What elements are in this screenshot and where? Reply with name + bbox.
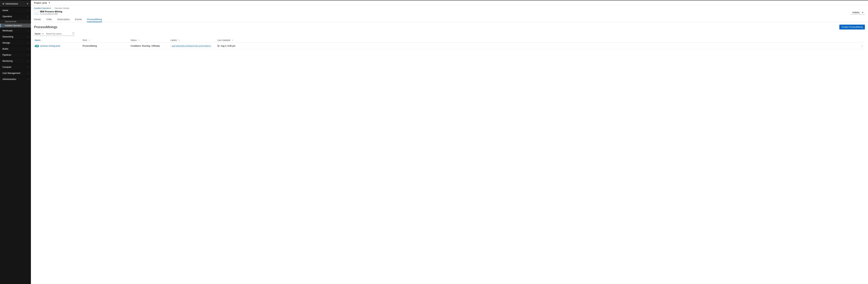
- cell-status: Conditions: Running, UIReady: [130, 43, 170, 49]
- caret-down-icon: ▼: [42, 33, 43, 35]
- col-actions: [859, 38, 865, 43]
- perspective-label: Administrator: [5, 3, 18, 5]
- updated-text: Aug 3, 9:46 pm: [221, 45, 236, 47]
- nav-administration[interactable]: Administration ›: [0, 76, 31, 82]
- chevron-right-icon: ›: [28, 66, 28, 68]
- nav-workloads[interactable]: Workloads ›: [0, 28, 31, 34]
- nav-builds-label: Builds: [2, 48, 8, 50]
- sort-icon: ⇅: [89, 39, 90, 41]
- kebab-icon[interactable]: ⋮: [860, 44, 864, 47]
- nav-installed-operators[interactable]: Installed Operators: [0, 24, 31, 28]
- gear-icon: ⚙: [2, 3, 4, 5]
- chevron-right-icon: ›: [28, 42, 28, 44]
- cell-updated: Aug 3, 9:46 pm: [217, 43, 859, 49]
- slash-key-icon: /: [72, 32, 74, 35]
- nav-operatorhub-label: OperatorHub: [5, 21, 16, 23]
- app-container: ⚙ Administrator ▼ Home › Operators ⌄ Ope…: [0, 0, 868, 284]
- col-labels[interactable]: Labels ⇅: [170, 38, 217, 43]
- operator-logo-icon: [34, 10, 38, 15]
- resource-table: Name ↑ Kind ⇅ Status ⇅ Labels: [34, 38, 865, 49]
- breadcrumb-current: Operator Details: [55, 7, 69, 9]
- col-status[interactable]: Status ⇅: [130, 38, 170, 43]
- project-bar[interactable]: Project: prod ▼: [31, 0, 868, 5]
- actions-label: Actions: [852, 11, 860, 14]
- nav-operators-submenu: OperatorHub Installed Operators: [0, 20, 31, 28]
- search-input[interactable]: [44, 32, 75, 36]
- nav-builds[interactable]: Builds ›: [0, 46, 31, 52]
- nav-admin-label: Administration: [2, 78, 16, 80]
- breadcrumb-parent[interactable]: Installed Operators: [34, 7, 51, 9]
- caret-down-icon: ▼: [27, 3, 28, 5]
- label-chip[interactable]: app.kubernetes.io/instance=pm-prod-insta…: [170, 44, 212, 47]
- filter-type-dropdown[interactable]: Name ▼: [34, 32, 44, 36]
- operator-title: IBM Process Mining: [40, 10, 62, 13]
- nav-networking[interactable]: Networking ›: [0, 34, 31, 40]
- caret-down-icon: ▼: [49, 2, 50, 4]
- nav-workloads-label: Workloads: [2, 30, 13, 32]
- resource-badge: PM: [35, 45, 39, 47]
- nav-home[interactable]: Home ›: [0, 7, 31, 13]
- globe-icon: [217, 45, 219, 47]
- col-labels-label: Labels: [170, 39, 177, 41]
- nav-storage[interactable]: Storage ›: [0, 40, 31, 46]
- search-wrap: /: [44, 32, 75, 36]
- chevron-right-icon: ›: [28, 54, 28, 56]
- breadcrumb: Installed Operators › Operator Details: [31, 5, 868, 9]
- chevron-right-icon: ›: [53, 7, 53, 9]
- page-title: ProcessMinings: [34, 25, 57, 29]
- chevron-right-icon: ›: [28, 78, 28, 80]
- project-label: Project: prod: [34, 2, 47, 4]
- col-kind-label: Kind: [83, 39, 87, 41]
- sort-icon: ⇅: [138, 39, 140, 41]
- chevron-right-icon: ›: [28, 48, 28, 50]
- sort-icon: ⇅: [179, 39, 180, 41]
- nav-compute[interactable]: Compute ›: [0, 64, 31, 70]
- table-row: PM process-mining-prod ProcessMining Con…: [34, 43, 865, 49]
- nav-pipelines[interactable]: Pipelines ›: [0, 52, 31, 58]
- cell-actions: ⋮: [859, 43, 865, 49]
- col-kind[interactable]: Kind ⇅: [82, 38, 130, 43]
- tab-details[interactable]: Details: [34, 16, 41, 22]
- chevron-down-icon: ⌄: [27, 15, 28, 17]
- col-name[interactable]: Name ↑: [34, 38, 82, 43]
- nav-user-management[interactable]: User Management ›: [0, 70, 31, 76]
- sidebar: ⚙ Administrator ▼ Home › Operators ⌄ Ope…: [0, 0, 31, 284]
- tab-subscription[interactable]: Subscription: [57, 16, 70, 22]
- chevron-right-icon: ›: [28, 60, 28, 62]
- actions-dropdown[interactable]: Actions ▼: [850, 11, 865, 14]
- sort-asc-icon: ↑: [42, 39, 43, 41]
- filter-row: Name ▼ /: [34, 32, 865, 36]
- chevron-right-icon: ›: [28, 30, 28, 32]
- main-content: Project: prod ▼ Installed Operators › Op…: [31, 0, 868, 284]
- cell-name: PM process-mining-prod: [34, 43, 82, 49]
- operator-title-block: IBM Process Mining 1.0.2 provided by IBM: [40, 10, 62, 15]
- col-status-label: Status: [130, 39, 136, 41]
- tab-processmining[interactable]: ProcessMining: [87, 16, 102, 22]
- create-processmining-button[interactable]: Create ProcessMining: [839, 25, 865, 30]
- nav-operators-label: Operators: [2, 15, 12, 18]
- filter-type-label: Name: [35, 33, 40, 35]
- nav-operators[interactable]: Operators ⌄: [0, 13, 31, 20]
- perspective-switcher[interactable]: ⚙ Administrator ▼: [0, 0, 31, 7]
- col-updated[interactable]: Last Updated ⇅: [217, 38, 859, 43]
- nav-networking-label: Networking: [2, 36, 13, 38]
- operator-subtitle: 1.0.2 provided by IBM: [40, 13, 62, 15]
- cell-labels: app.kubernetes.io/instance=pm-prod-insta…: [170, 43, 217, 49]
- chevron-right-icon: ›: [28, 9, 28, 11]
- nav-operatorhub[interactable]: OperatorHub: [0, 20, 31, 24]
- col-name-label: Name: [35, 39, 40, 41]
- chevron-right-icon: ›: [28, 36, 28, 38]
- col-updated-label: Last Updated: [217, 39, 230, 41]
- caret-down-icon: ▼: [862, 12, 864, 13]
- content-area: ProcessMinings Create ProcessMining Name…: [31, 22, 868, 52]
- nav-monitoring[interactable]: Monitoring ›: [0, 58, 31, 64]
- nav-monitoring-label: Monitoring: [2, 60, 12, 62]
- tab-events[interactable]: Events: [75, 16, 82, 22]
- cell-kind: ProcessMining: [82, 43, 130, 49]
- tab-yaml[interactable]: YAML: [46, 16, 52, 22]
- nav-compute-label: Compute: [2, 66, 11, 68]
- resource-link[interactable]: process-mining-prod: [40, 45, 60, 47]
- nav-home-label: Home: [2, 9, 8, 12]
- tabs: Details YAML Subscription Events Process…: [31, 16, 868, 22]
- chevron-right-icon: ›: [28, 72, 28, 74]
